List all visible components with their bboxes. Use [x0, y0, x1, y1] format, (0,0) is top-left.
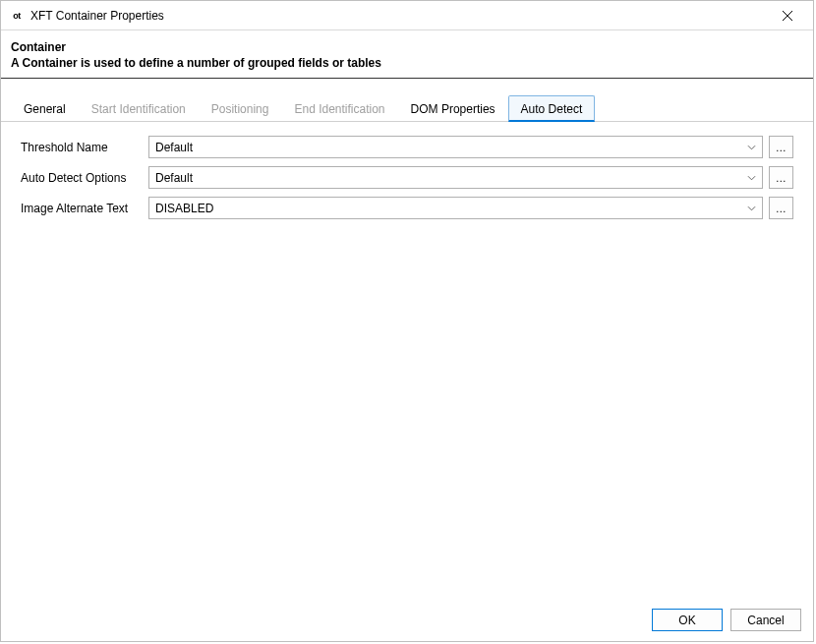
browse-threshold-button[interactable]: ...: [769, 136, 793, 158]
close-icon: [783, 11, 792, 21]
close-button[interactable]: [768, 2, 807, 29]
header-block: Container A Container is used to define …: [1, 30, 813, 79]
label-alt-text: Image Alternate Text: [21, 202, 148, 215]
combo-threshold[interactable]: Default: [148, 136, 763, 158]
header-heading: Container: [11, 40, 803, 54]
tab-end-identification[interactable]: End Identification: [281, 95, 397, 122]
tab-auto-detect[interactable]: Auto Detect: [508, 95, 596, 122]
combo-alt-text[interactable]: DISABLED: [148, 197, 763, 219]
combo-threshold-value: Default: [155, 141, 744, 154]
combo-alt-text-value: DISABLED: [155, 202, 744, 215]
label-options: Auto Detect Options: [21, 171, 148, 185]
window-title: XFT Container Properties: [30, 9, 768, 23]
form-panel: Threshold Name Default ... Auto Detect O…: [1, 122, 813, 601]
row-options: Auto Detect Options Default ...: [21, 166, 793, 189]
ok-button[interactable]: OK: [652, 609, 723, 631]
combo-options-value: Default: [155, 171, 744, 185]
chevron-down-icon: [744, 141, 758, 154]
combo-options[interactable]: Default: [148, 166, 763, 189]
row-threshold: Threshold Name Default ...: [21, 136, 793, 158]
header-description: A Container is used to define a number o…: [11, 56, 803, 70]
dialog-window: ot XFT Container Properties Container A …: [0, 0, 814, 642]
tab-start-identification[interactable]: Start Identification: [79, 95, 199, 122]
tab-bar: General Start Identification Positioning…: [1, 92, 813, 122]
titlebar: ot XFT Container Properties: [1, 1, 813, 30]
chevron-down-icon: [744, 202, 758, 215]
chevron-down-icon: [744, 171, 758, 185]
footer: OK Cancel: [1, 601, 813, 641]
tab-positioning[interactable]: Positioning: [199, 95, 282, 122]
row-alt-text: Image Alternate Text DISABLED ...: [21, 197, 793, 219]
cancel-button[interactable]: Cancel: [730, 609, 801, 631]
browse-alt-text-button[interactable]: ...: [769, 197, 793, 219]
tab-general[interactable]: General: [11, 95, 79, 122]
label-threshold: Threshold Name: [21, 141, 148, 154]
app-icon: ot: [9, 8, 25, 24]
browse-options-button[interactable]: ...: [769, 166, 793, 189]
tab-dom-properties[interactable]: DOM Properties: [398, 95, 508, 122]
